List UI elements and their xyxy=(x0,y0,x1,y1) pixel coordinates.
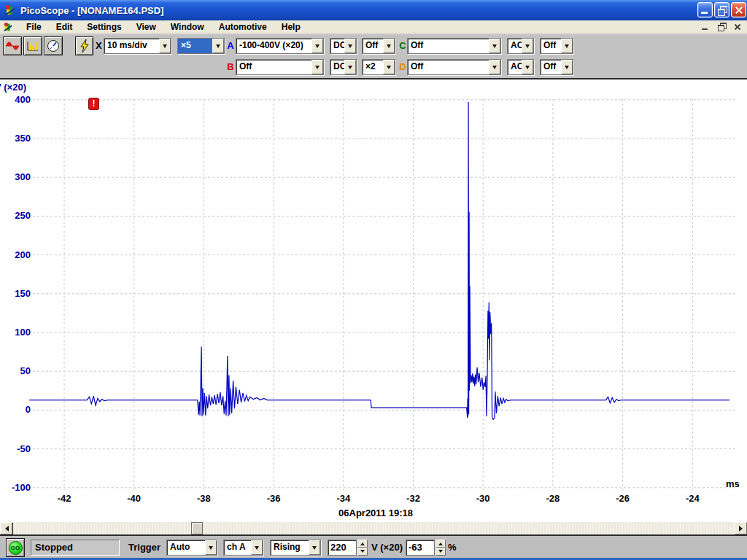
menu-items: FileEditSettingsViewWindowAutomotiveHelp xyxy=(19,20,308,34)
trigger-level-unit: V (×20) xyxy=(371,542,403,553)
overrange-warning-icon: ! xyxy=(88,98,99,110)
channel-a-coupling-select[interactable]: DC xyxy=(330,38,357,54)
x-tick-label: -40 xyxy=(117,493,152,504)
scroll-left-icon[interactable] xyxy=(0,522,12,534)
channel-d-option-select[interactable]: Off xyxy=(540,59,573,75)
menu-item-edit[interactable]: Edit xyxy=(49,20,80,34)
mdi-restore-icon[interactable] xyxy=(715,21,728,32)
chevron-down-icon[interactable] xyxy=(344,39,356,53)
y-tick-label: 350 xyxy=(0,133,31,144)
chevron-down-icon[interactable] xyxy=(522,60,533,74)
bar-chart-icon xyxy=(26,40,39,52)
trigger-mode-select[interactable]: Auto xyxy=(166,540,217,556)
mdi-minimize-icon[interactable] xyxy=(699,21,712,32)
spin-down-icon[interactable] xyxy=(436,548,446,556)
chevron-down-icon[interactable] xyxy=(251,540,263,555)
channel-b-range-select[interactable]: Off xyxy=(236,59,324,75)
y-tick-label: 150 xyxy=(0,288,31,299)
menu-item-view[interactable]: View xyxy=(129,20,163,34)
chevron-down-icon[interactable] xyxy=(383,60,395,74)
x-tick-label: -32 xyxy=(396,493,431,504)
channel-b-option-select[interactable]: ×2 xyxy=(362,59,395,75)
chevron-down-icon[interactable] xyxy=(311,60,323,74)
menu-bar: FileEditSettingsViewWindowAutomotiveHelp xyxy=(0,20,747,34)
menu-item-automotive[interactable]: Automotive xyxy=(212,20,274,34)
mdi-window-controls xyxy=(699,21,744,32)
minimize-icon[interactable] xyxy=(697,2,713,18)
mdi-close-icon[interactable] xyxy=(731,21,744,32)
horizontal-scrollbar[interactable] xyxy=(0,522,747,534)
x-tick-label: -30 xyxy=(465,493,500,504)
scope-display: V (×20) ! 06Apr2011 19:18 ms 40035030025… xyxy=(0,80,747,522)
trigger-delay-value[interactable]: -63 xyxy=(406,540,435,556)
trigger-channel-select[interactable]: ch A xyxy=(223,540,263,556)
spin-up-icon[interactable] xyxy=(436,540,446,548)
chevron-down-icon[interactable] xyxy=(205,540,217,555)
x-tick-label: -28 xyxy=(535,493,570,504)
meter-view-button[interactable] xyxy=(44,36,63,55)
y-tick-label: 0 xyxy=(0,404,31,415)
waveform-plot xyxy=(0,80,747,522)
chevron-down-icon[interactable] xyxy=(159,39,171,53)
chevron-down-icon[interactable] xyxy=(311,39,323,53)
channel-a-option-select[interactable]: Off xyxy=(362,38,395,54)
menu-item-help[interactable]: Help xyxy=(274,20,308,34)
x-tick-label: -38 xyxy=(186,493,221,504)
trigger-level-value[interactable]: 220 xyxy=(328,540,357,556)
capture-timestamp: 06Apr2011 19:18 xyxy=(288,508,463,518)
y-tick-label: 300 xyxy=(0,171,31,182)
channel-c-option-select[interactable]: Off xyxy=(540,38,573,54)
trigger-label: Trigger xyxy=(128,542,160,553)
spectrum-view-button[interactable] xyxy=(23,36,42,55)
timebase-multiplier-select[interactable]: ×5 xyxy=(177,38,225,54)
trigger-delay-stepper[interactable]: -63 xyxy=(406,540,446,556)
scrollbar-thumb[interactable] xyxy=(191,522,203,534)
sampling-button[interactable] xyxy=(75,36,93,55)
lightning-icon xyxy=(79,39,90,53)
x-axis-unit: ms xyxy=(726,478,740,489)
timebase-select[interactable]: 10 ms/div xyxy=(104,38,171,54)
x-tick-label: -34 xyxy=(326,493,361,504)
chevron-down-icon[interactable] xyxy=(309,540,320,555)
channel-b-coupling-select[interactable]: DC xyxy=(330,59,357,75)
scope-view-button[interactable] xyxy=(3,36,22,55)
chevron-down-icon[interactable] xyxy=(561,39,573,53)
channel-c-range-select[interactable]: Off xyxy=(407,38,501,54)
channel-d-label: D xyxy=(398,61,407,72)
y-tick-label: -50 xyxy=(0,443,31,454)
trigger-delay-unit: % xyxy=(448,542,457,553)
channel-c-label: C xyxy=(398,40,407,51)
y-axis-label: V (×20) xyxy=(0,82,26,93)
timebase-x-label: X xyxy=(96,40,102,51)
restore-icon[interactable] xyxy=(714,2,729,18)
channel-a-label: A xyxy=(226,40,235,51)
chevron-down-icon[interactable] xyxy=(383,39,395,53)
x-tick-label: -26 xyxy=(605,493,640,504)
spin-up-icon[interactable] xyxy=(357,540,368,548)
title-bar: PicoScope - [NONAME164.PSD] xyxy=(0,0,747,20)
trigger-edge-select[interactable]: Rising xyxy=(270,540,321,556)
y-tick-label: -100 xyxy=(0,482,31,493)
go-indicator: GO xyxy=(9,541,23,555)
picoscope-app-icon xyxy=(4,4,16,16)
close-icon[interactable] xyxy=(731,2,746,18)
go-button[interactable]: GO xyxy=(6,538,25,557)
menu-item-window[interactable]: Window xyxy=(163,20,212,34)
trigger-level-stepper[interactable]: 220 xyxy=(328,540,368,556)
menu-item-settings[interactable]: Settings xyxy=(80,20,128,34)
chevron-down-icon[interactable] xyxy=(489,39,500,53)
channel-d-coupling-select[interactable]: AC xyxy=(507,59,534,75)
acquisition-status: Stopped xyxy=(31,540,120,556)
chevron-down-icon[interactable] xyxy=(344,60,356,74)
spin-down-icon[interactable] xyxy=(357,548,368,556)
channel-c-coupling-select[interactable]: AC xyxy=(507,38,534,54)
scroll-right-icon[interactable] xyxy=(735,522,747,534)
chevron-down-icon[interactable] xyxy=(522,39,533,53)
chevron-down-icon[interactable] xyxy=(561,60,573,74)
channel-b-label: B xyxy=(226,61,235,72)
chevron-down-icon[interactable] xyxy=(212,39,224,53)
channel-a-range-select[interactable]: -100-400V (×20) xyxy=(236,38,324,54)
menu-item-file[interactable]: File xyxy=(19,20,49,34)
chevron-down-icon[interactable] xyxy=(489,60,500,74)
channel-d-range-select[interactable]: Off xyxy=(407,59,501,75)
